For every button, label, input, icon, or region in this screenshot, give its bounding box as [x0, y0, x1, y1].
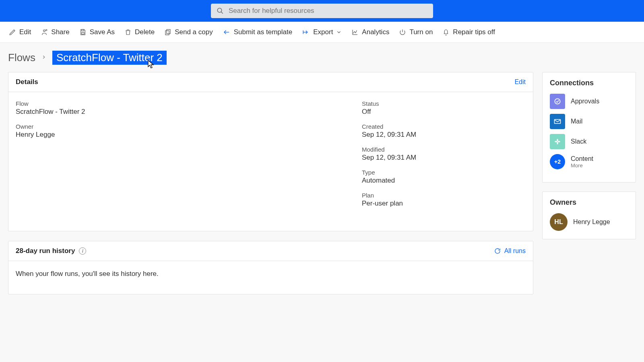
slack-icon: [550, 134, 565, 149]
details-title: Details: [16, 78, 38, 86]
connection-more-sub: More: [571, 162, 593, 169]
owners-title: Owners: [550, 198, 628, 207]
type-value: Automated: [362, 177, 526, 185]
top-bar: [0, 0, 644, 22]
status-value: Off: [362, 108, 526, 116]
connection-label: Slack: [571, 138, 586, 145]
chevron-down-icon: [336, 29, 342, 35]
info-icon[interactable]: i: [79, 247, 86, 255]
search-box[interactable]: [211, 4, 433, 18]
send-copy-label: Send a copy: [175, 28, 213, 36]
created-label: Created: [362, 123, 526, 130]
connection-label: Approvals: [571, 98, 599, 105]
svg-rect-5: [82, 32, 84, 34]
turn-on-button[interactable]: Turn on: [398, 26, 433, 39]
owner-name: Henry Legge: [573, 218, 610, 226]
svg-rect-4: [82, 29, 84, 31]
bell-icon: [442, 29, 450, 36]
copy-icon: [164, 29, 171, 36]
run-history-title: 28-day run history: [16, 247, 75, 255]
breadcrumb-current: ScratchFlow - Twitter 2: [52, 51, 167, 65]
details-card: Details Edit Flow ScratchFlow - Twitter …: [8, 72, 533, 231]
send-copy-button[interactable]: Send a copy: [163, 26, 214, 39]
connection-more-label: Content: [571, 155, 593, 162]
more-badge-icon: +2: [550, 154, 565, 169]
search-icon: [217, 7, 224, 14]
connections-title: Connections: [550, 79, 628, 87]
owner-item[interactable]: HL Henry Legge: [550, 213, 628, 231]
connection-item[interactable]: Slack: [550, 134, 628, 149]
analytics-label: Analytics: [362, 28, 389, 36]
status-label: Status: [362, 100, 526, 107]
svg-rect-16: [557, 142, 558, 144]
connection-more[interactable]: +2 Content More: [550, 154, 628, 169]
connections-card: Connections Approvals Mail Slack: [542, 72, 636, 183]
save-icon: [79, 29, 87, 36]
flow-value: ScratchFlow - Twitter 2: [16, 108, 362, 116]
plan-label: Plan: [362, 192, 526, 199]
svg-rect-18: [558, 141, 560, 142]
svg-rect-15: [557, 139, 558, 141]
connection-label: Mail: [571, 118, 582, 125]
modified-label: Modified: [362, 146, 526, 153]
refresh-icon: [494, 247, 501, 255]
svg-point-3: [46, 29, 47, 31]
search-input[interactable]: [229, 7, 427, 15]
run-history-card: 28-day run history i All runs When your …: [8, 241, 533, 294]
export-icon: [302, 29, 310, 36]
submit-template-label: Submit as template: [234, 28, 293, 36]
command-bar: Edit Share Save As Delete Send a copy Su…: [0, 22, 644, 43]
plan-value: Per-user plan: [362, 200, 526, 208]
svg-point-2: [43, 30, 45, 32]
edit-button[interactable]: Edit: [8, 26, 32, 39]
share-label: Share: [51, 28, 69, 36]
all-runs-link[interactable]: All runs: [494, 247, 526, 255]
svg-point-13: [555, 99, 560, 104]
mail-icon: [550, 114, 565, 129]
chart-icon: [351, 29, 359, 36]
connection-item[interactable]: Approvals: [550, 94, 628, 109]
avatar: HL: [550, 213, 568, 231]
details-edit-link[interactable]: Edit: [514, 78, 526, 86]
owner-value: Henry Legge: [16, 131, 362, 139]
repair-tips-button[interactable]: Repair tips off: [442, 26, 496, 39]
edit-label: Edit: [19, 28, 31, 36]
svg-point-0: [217, 8, 222, 12]
save-as-label: Save As: [90, 28, 115, 36]
modified-value: Sep 12, 09:31 AM: [362, 154, 526, 162]
export-label: Export: [313, 28, 333, 36]
all-runs-label: All runs: [504, 247, 526, 255]
breadcrumb: Flows ScratchFlow - Twitter 2: [0, 43, 644, 72]
type-label: Type: [362, 169, 526, 176]
svg-rect-17: [555, 141, 557, 142]
power-icon: [399, 29, 406, 36]
save-as-button[interactable]: Save As: [78, 26, 116, 39]
submit-template-button[interactable]: Submit as template: [222, 26, 293, 39]
pencil-icon: [9, 29, 16, 36]
share-icon: [41, 29, 48, 36]
run-history-empty-text: When your flow runs, you'll see its hist…: [8, 261, 533, 294]
owner-label: Owner: [16, 123, 362, 130]
breadcrumb-root[interactable]: Flows: [8, 51, 35, 64]
repair-tips-label: Repair tips off: [453, 28, 495, 36]
owners-card: Owners HL Henry Legge: [542, 191, 636, 239]
delete-button[interactable]: Delete: [124, 26, 155, 39]
flow-label: Flow: [16, 100, 362, 107]
chevron-right-icon: [41, 53, 47, 62]
svg-line-1: [221, 12, 223, 14]
svg-rect-7: [165, 31, 169, 35]
trash-icon: [124, 29, 132, 36]
export-button[interactable]: Export: [301, 26, 343, 39]
approvals-icon: [550, 94, 565, 109]
share-button[interactable]: Share: [40, 26, 70, 39]
connection-item[interactable]: Mail: [550, 114, 628, 129]
delete-label: Delete: [135, 28, 155, 36]
turn-on-label: Turn on: [409, 28, 433, 36]
submit-icon: [223, 29, 231, 36]
analytics-button[interactable]: Analytics: [351, 26, 390, 39]
svg-rect-6: [167, 29, 170, 34]
created-value: Sep 12, 09:31 AM: [362, 131, 526, 139]
